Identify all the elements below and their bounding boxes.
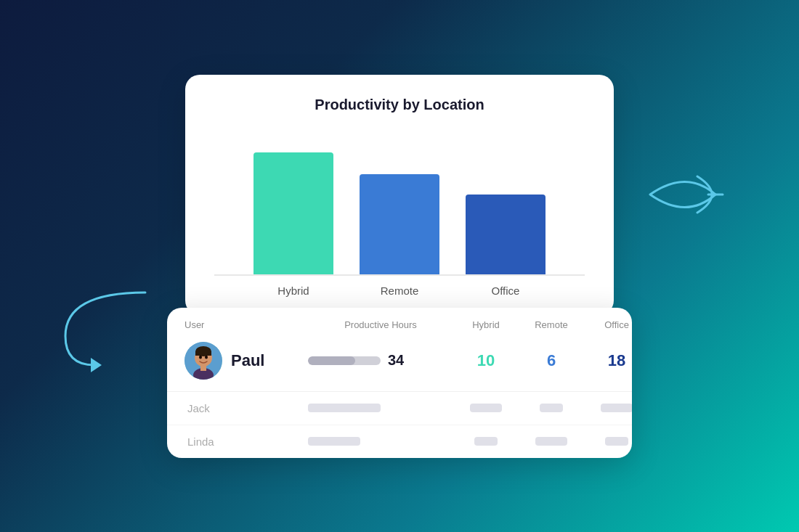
col-header-office: Office [584,319,632,330]
svg-rect-4 [195,351,211,356]
col-header-remote: Remote [519,319,584,330]
col-header-productive-hours: Productive Hours [308,319,453,330]
bar-group-remote [360,174,439,274]
bar-group-office [466,195,545,274]
arrow-right-connector [643,162,730,227]
jack-name: Jack [187,402,210,414]
jack-hours-bar [308,404,381,412]
avatar-paul [184,342,222,380]
table-row-paul: Paul 34 10 6 18 [167,336,632,392]
jack-office-bar [601,404,632,412]
bar-label-office: Office [492,285,520,297]
chart-card: Productivity by Location Hybrid Remote O… [185,75,614,315]
bar-group-hybrid [254,152,333,274]
linda-hybrid-bar [474,437,498,446]
linda-name: Linda [187,435,214,448]
chart-bars-area [214,131,585,276]
main-container: Productivity by Location Hybrid Remote O… [145,75,654,458]
svg-marker-0 [91,358,102,372]
linda-remote-bar [535,437,567,446]
hybrid-value-paul: 10 [453,351,519,370]
jack-hybrid-bar [470,404,502,412]
hours-value: 34 [388,352,404,369]
progress-bar-fill [308,356,355,365]
bar-remote [360,174,439,274]
jack-remote-bar [540,404,563,412]
table-row-jack: Jack [167,392,632,425]
user-cell-paul: Paul [184,342,308,380]
table-row-linda: Linda [167,425,632,458]
chart-title: Productivity by Location [214,97,585,113]
paul-name: Paul [231,351,264,370]
progress-bar-bg [308,356,381,365]
remote-value-paul: 6 [519,351,584,370]
productive-hours-cell: 34 [308,352,453,369]
svg-rect-8 [200,365,206,371]
table-header: User Productive Hours Hybrid Remote Offi… [167,308,632,336]
svg-point-5 [199,355,202,359]
bar-hybrid [254,152,333,274]
linda-office-bar [605,437,628,446]
col-header-user: User [184,319,308,330]
bar-office [466,195,545,274]
bar-label-remote: Remote [381,285,419,297]
office-value-paul: 18 [584,351,632,370]
arrow-left-connector [51,278,153,380]
table-card: User Productive Hours Hybrid Remote Offi… [167,308,632,458]
svg-point-6 [205,355,208,359]
bar-label-hybrid: Hybrid [277,285,309,297]
linda-hours-bar [308,437,360,446]
col-header-hybrid: Hybrid [453,319,519,330]
